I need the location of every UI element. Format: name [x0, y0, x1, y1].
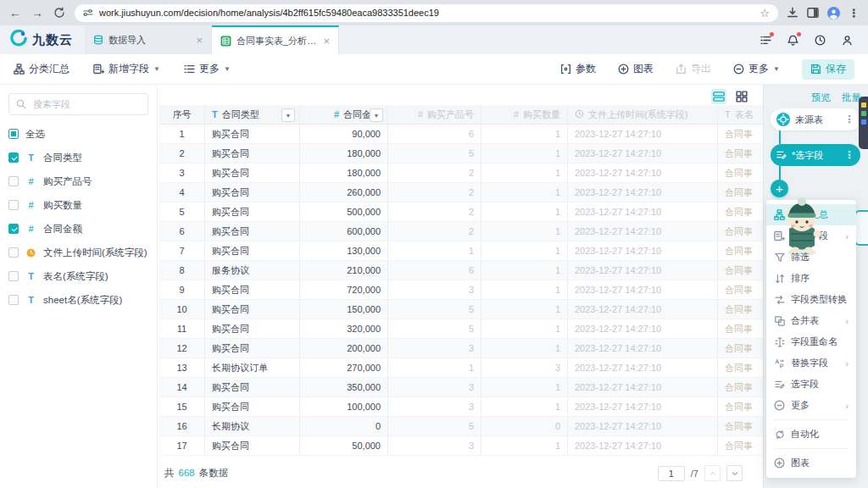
- forward-icon[interactable]: →: [31, 6, 44, 19]
- table-row[interactable]: 12购买合同200,000312023-12-27 14:27:10合同事: [159, 339, 763, 358]
- app-logo[interactable]: 九数云: [0, 25, 85, 54]
- field-row-item[interactable]: Tsheet名(系统字段): [8, 288, 148, 312]
- table-row[interactable]: 14购买合同350,000312023-12-27 14:27:10合同事: [159, 378, 763, 397]
- save-icon: [810, 64, 821, 75]
- page-input[interactable]: [658, 466, 685, 481]
- back-icon[interactable]: ←: [8, 6, 22, 19]
- task-list-icon[interactable]: [760, 35, 771, 46]
- download-icon[interactable]: [787, 7, 798, 19]
- group-summary-button[interactable]: 分类汇总: [14, 62, 70, 76]
- table-row[interactable]: 2购买合同180,000512023-12-27 14:27:10合同事: [159, 144, 763, 164]
- more-right-button[interactable]: 更多▼: [733, 62, 780, 76]
- chart-button[interactable]: 图表: [618, 62, 654, 76]
- address-bar[interactable]: work.jiushuyun.com/decision/home/analysi…: [75, 4, 778, 22]
- menu-item-replace[interactable]: 替换字段›: [766, 352, 856, 374]
- table-row[interactable]: 6购买合同600,000212023-12-27 14:27:10合同事: [159, 222, 763, 241]
- account-icon[interactable]: [842, 35, 853, 46]
- params-button[interactable]: 参数: [560, 62, 596, 76]
- side-panel-icon[interactable]: [807, 7, 819, 19]
- column-dropdown-button[interactable]: ▼: [281, 108, 295, 122]
- table-header-cell[interactable]: #购买数量: [481, 105, 568, 125]
- table-cell: 1: [481, 125, 568, 144]
- close-icon[interactable]: ×: [196, 34, 203, 47]
- next-page-button[interactable]: [726, 465, 743, 481]
- add-field-button[interactable]: 新增字段▼: [93, 62, 160, 76]
- more-left-button[interactable]: 更多▼: [184, 62, 231, 76]
- reload-icon[interactable]: [53, 7, 66, 19]
- table-row[interactable]: 5购买合同500,000212023-12-27 14:27:10合同事: [159, 202, 763, 222]
- select-all-checkbox[interactable]: [8, 129, 19, 139]
- table-header-cell[interactable]: #购买产品号: [388, 105, 481, 125]
- card-view-icon[interactable]: [734, 89, 749, 104]
- table-cell: 合同事: [718, 397, 763, 417]
- field-row-item[interactable]: #购买产品号: [8, 169, 148, 193]
- preview-link[interactable]: 预览: [811, 92, 831, 104]
- field-checkbox[interactable]: [8, 200, 19, 210]
- table-row[interactable]: 17购买合同50,000312023-12-27 14:27:10合同事: [159, 436, 763, 456]
- table-cell: 2023-12-27 14:27:10: [568, 280, 718, 300]
- source-table-node[interactable]: 来源表 ⋮: [771, 108, 860, 130]
- table-header-cell[interactable]: T合同类型▼: [205, 105, 300, 125]
- table-row[interactable]: 15购买合同100,000312023-12-27 14:27:10合同事: [159, 397, 763, 417]
- select-all-row[interactable]: 全选: [8, 122, 148, 146]
- menu-item-pluscircle[interactable]: 图表: [766, 452, 856, 474]
- kebab-menu-icon[interactable]: ⋮: [844, 149, 854, 161]
- profile-avatar[interactable]: [827, 7, 840, 19]
- menu-item-selectfield[interactable]: 选字段: [766, 374, 856, 395]
- table-view-icon[interactable]: [711, 89, 726, 104]
- field-checkbox[interactable]: [8, 224, 19, 234]
- browser-menu-icon[interactable]: ⋮: [849, 7, 860, 19]
- table-row[interactable]: 13长期协议订单270,000132023-12-27 14:27:10合同事: [159, 358, 763, 378]
- field-row-item[interactable]: 文件上传时间(系统字段): [8, 241, 148, 264]
- search-input[interactable]: [31, 98, 141, 110]
- data-table: 序号T合同类型▼#合同金额▼#购买产品号#购买数量文件上传时间(系统字段)T表名…: [159, 105, 763, 456]
- column-dropdown-button[interactable]: ▼: [370, 108, 383, 122]
- table-row[interactable]: 1购买合同90,000612023-12-27 14:27:10合同事: [159, 125, 763, 144]
- field-row-item[interactable]: #购买数量: [8, 193, 148, 217]
- floating-widget[interactable]: [859, 97, 868, 149]
- menu-item-automation[interactable]: 自动化: [766, 424, 856, 445]
- menu-item-label: 选字段: [791, 378, 819, 391]
- field-row-item[interactable]: #合同金额: [8, 217, 148, 241]
- header-icons: [760, 25, 868, 54]
- table-row[interactable]: 3购买合同180,000212023-12-27 14:27:10合同事: [159, 164, 763, 183]
- tab-data-import[interactable]: 数据导入 ×: [85, 25, 212, 54]
- menu-item-rename[interactable]: 字段重命名: [766, 331, 856, 352]
- site-info-icon[interactable]: [83, 8, 93, 18]
- field-row-item[interactable]: T表名(系统字段): [8, 264, 148, 288]
- menu-item-sort[interactable]: 排序: [766, 268, 856, 289]
- table-row[interactable]: 7购买合同130,000112023-12-27 14:27:10合同事: [159, 241, 763, 261]
- table-row[interactable]: 4购买合同260,000212023-12-27 14:27:10合同事: [159, 183, 763, 202]
- search-field-box[interactable]: [8, 93, 148, 115]
- close-icon[interactable]: ×: [323, 35, 330, 47]
- field-checkbox[interactable]: [8, 152, 19, 163]
- table-row[interactable]: 11购买合同320,000512023-12-27 14:27:10合同事: [159, 319, 763, 339]
- save-button[interactable]: 保存: [802, 59, 854, 80]
- table-row[interactable]: 9购买合同720,000312023-12-27 14:27:10合同事: [159, 280, 763, 300]
- history-clock-icon[interactable]: [815, 35, 826, 46]
- field-row-item[interactable]: T合同类型: [8, 146, 148, 169]
- table-header-cell[interactable]: 文件上传时间(系统字段): [568, 105, 718, 125]
- table-header-cell[interactable]: #合同金额▼: [300, 105, 388, 125]
- field-checkbox[interactable]: [8, 295, 19, 305]
- field-checkbox[interactable]: [8, 247, 19, 258]
- prev-page-button[interactable]: [704, 465, 721, 481]
- total-count: 668: [179, 468, 195, 478]
- menu-item-merge[interactable]: 合并表›: [766, 310, 856, 331]
- field-checkbox[interactable]: [8, 271, 19, 281]
- field-checkbox[interactable]: [8, 176, 19, 186]
- table-row[interactable]: 10购买合同150,000512023-12-27 14:27:10合同事: [159, 300, 763, 319]
- text-type-icon: T: [212, 109, 218, 119]
- select-field-node[interactable]: *选字段 ⋮: [771, 144, 860, 166]
- table-header-cell[interactable]: T表名: [718, 105, 763, 125]
- table-row[interactable]: 16长期协议0502023-12-27 14:27:10合同事: [159, 417, 763, 436]
- kebab-menu-icon[interactable]: ⋮: [844, 114, 854, 125]
- menu-item-minuscircle[interactable]: 更多›: [766, 395, 856, 416]
- bookmark-star-icon[interactable]: ☆: [760, 7, 770, 19]
- tab-analysis[interactable]: 合同事实表_分析-合同... ×: [212, 25, 339, 54]
- table-cell: 2023-12-27 14:27:10: [568, 222, 718, 241]
- menu-item-convert[interactable]: 字段类型转换: [766, 289, 856, 310]
- notification-bell-icon[interactable]: [787, 35, 798, 46]
- table-row[interactable]: 8服务协议210,000612023-12-27 14:27:10合同事: [159, 261, 763, 280]
- table-header-cell[interactable]: 序号: [159, 105, 205, 125]
